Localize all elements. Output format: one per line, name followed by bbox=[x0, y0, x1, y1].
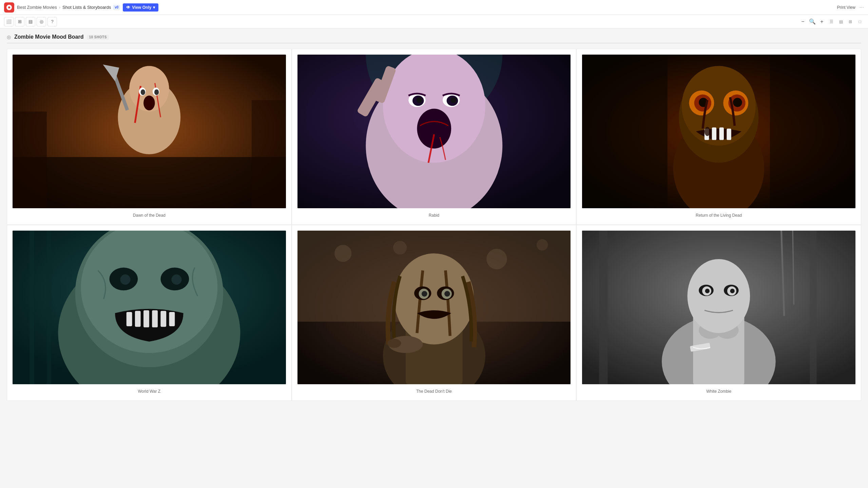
shots-badge: 10 SHOTS bbox=[87, 35, 109, 40]
svg-rect-41 bbox=[712, 128, 716, 140]
version-badge: v0 bbox=[113, 5, 120, 10]
board-icon: ◎ bbox=[7, 34, 11, 40]
svg-point-44 bbox=[705, 127, 710, 136]
movie-image-rabid bbox=[297, 55, 571, 208]
grid-cell-6: White Zombie bbox=[576, 225, 861, 401]
breadcrumb: Best Zombie Movies › Shot Lists & Storyb… bbox=[17, 5, 120, 10]
board-title: Zombie Movie Mood Board bbox=[14, 34, 83, 40]
svg-rect-29 bbox=[582, 55, 668, 208]
zoom-out-button[interactable]: − bbox=[799, 18, 807, 26]
logo-inner bbox=[6, 5, 12, 10]
svg-rect-48 bbox=[47, 231, 51, 384]
caption-dead: The Dead Don't Die bbox=[297, 388, 571, 395]
grid-cell-3: Return of the Living Dead bbox=[576, 49, 861, 225]
view-mode-compact[interactable]: ▤ bbox=[837, 18, 845, 26]
view-mode-list[interactable]: ☰ bbox=[827, 18, 835, 26]
svg-point-57 bbox=[171, 274, 181, 285]
caption-rabid: Rabid bbox=[297, 212, 571, 219]
grid-cell-4: World War Z bbox=[7, 225, 292, 401]
svg-rect-63 bbox=[169, 312, 175, 326]
svg-point-77 bbox=[422, 291, 427, 297]
breadcrumb-separator: › bbox=[59, 5, 60, 10]
svg-rect-62 bbox=[160, 311, 166, 327]
svg-point-91 bbox=[688, 259, 750, 333]
circle-tool-button[interactable]: ◎ bbox=[37, 17, 46, 26]
caption-wwz: World War Z bbox=[13, 388, 286, 395]
grid-cell-2: Rabid bbox=[292, 49, 577, 225]
svg-point-80 bbox=[387, 339, 401, 348]
svg-point-39 bbox=[733, 98, 742, 107]
zoom-icon[interactable]: 🔍 bbox=[808, 18, 816, 26]
svg-rect-13 bbox=[13, 112, 47, 208]
svg-rect-60 bbox=[143, 310, 149, 327]
board-header: ◎ Zombie Movie Mood Board 10 SHOTS bbox=[7, 34, 861, 43]
svg-point-96 bbox=[705, 289, 710, 293]
svg-rect-1 bbox=[13, 157, 286, 208]
print-view-button[interactable]: Print View bbox=[837, 5, 855, 10]
svg-point-25 bbox=[417, 109, 451, 148]
svg-point-56 bbox=[120, 274, 130, 285]
grid-cell-1: Dawn of the Dead bbox=[7, 49, 292, 225]
svg-point-97 bbox=[730, 289, 735, 293]
svg-point-66 bbox=[334, 245, 351, 262]
svg-rect-83 bbox=[599, 231, 608, 384]
app-logo bbox=[4, 2, 14, 13]
movie-image-wwz bbox=[13, 231, 286, 384]
svg-rect-14 bbox=[252, 100, 286, 208]
movie-grid: Dawn of the Dead bbox=[7, 49, 861, 401]
help-tool-button[interactable]: ? bbox=[47, 17, 57, 26]
movie-image-dead bbox=[297, 231, 571, 384]
svg-rect-59 bbox=[135, 311, 141, 327]
svg-point-78 bbox=[444, 291, 450, 297]
page-content: ◎ Zombie Movie Mood Board 10 SHOTS bbox=[0, 28, 868, 488]
topbar: Best Zombie Movies › Shot Lists & Storyb… bbox=[0, 0, 868, 15]
svg-point-68 bbox=[486, 249, 507, 269]
grid-cell-5: The Dead Don't Die bbox=[292, 225, 577, 401]
svg-point-69 bbox=[537, 239, 548, 251]
frame-tool-button[interactable]: ⬜ bbox=[4, 17, 14, 26]
toolbar: ⬜ ⊞ ▤ ◎ ? − 🔍 + ☰ ▤ ⊞ □ bbox=[0, 15, 868, 28]
caption-white: White Zombie bbox=[582, 388, 855, 395]
eye-icon: 👁 bbox=[126, 5, 130, 10]
breadcrumb-current[interactable]: Shot Lists & Storyboards bbox=[62, 5, 111, 10]
svg-point-67 bbox=[393, 241, 407, 254]
svg-point-6 bbox=[143, 96, 155, 111]
view-only-button[interactable]: 👁 View Only ▾ bbox=[123, 3, 158, 12]
movie-image-return bbox=[582, 55, 855, 208]
topbar-right: Print View ··· bbox=[837, 4, 864, 11]
svg-rect-42 bbox=[719, 128, 724, 140]
breadcrumb-project[interactable]: Best Zombie Movies bbox=[17, 5, 57, 10]
svg-rect-30 bbox=[770, 55, 855, 208]
grid-tool-button[interactable]: ⊞ bbox=[15, 17, 24, 26]
view-mode-single[interactable]: □ bbox=[856, 18, 864, 26]
list-tool-button[interactable]: ▤ bbox=[26, 17, 35, 26]
view-mode-grid[interactable]: ⊞ bbox=[846, 18, 854, 26]
svg-rect-47 bbox=[30, 231, 34, 384]
more-options-icon[interactable]: ··· bbox=[860, 4, 864, 11]
chevron-down-icon: ▾ bbox=[153, 5, 155, 10]
view-only-label: View Only bbox=[132, 5, 151, 10]
zoom-in-button[interactable]: + bbox=[818, 18, 826, 26]
svg-point-72 bbox=[394, 253, 474, 345]
svg-rect-58 bbox=[127, 312, 132, 326]
logo-dot bbox=[8, 6, 10, 8]
svg-rect-61 bbox=[152, 310, 158, 327]
svg-point-23 bbox=[416, 97, 422, 103]
svg-point-10 bbox=[154, 89, 159, 95]
movie-image-white bbox=[582, 231, 855, 384]
svg-rect-43 bbox=[727, 129, 731, 140]
svg-point-24 bbox=[450, 97, 456, 103]
toolbar-right: − 🔍 + ☰ ▤ ⊞ □ bbox=[799, 18, 864, 26]
movie-image-dawn bbox=[13, 55, 286, 208]
caption-dawn: Dawn of the Dead bbox=[13, 212, 286, 219]
svg-rect-84 bbox=[810, 231, 817, 384]
svg-point-9 bbox=[141, 89, 145, 95]
caption-return: Return of the Living Dead bbox=[582, 212, 855, 219]
